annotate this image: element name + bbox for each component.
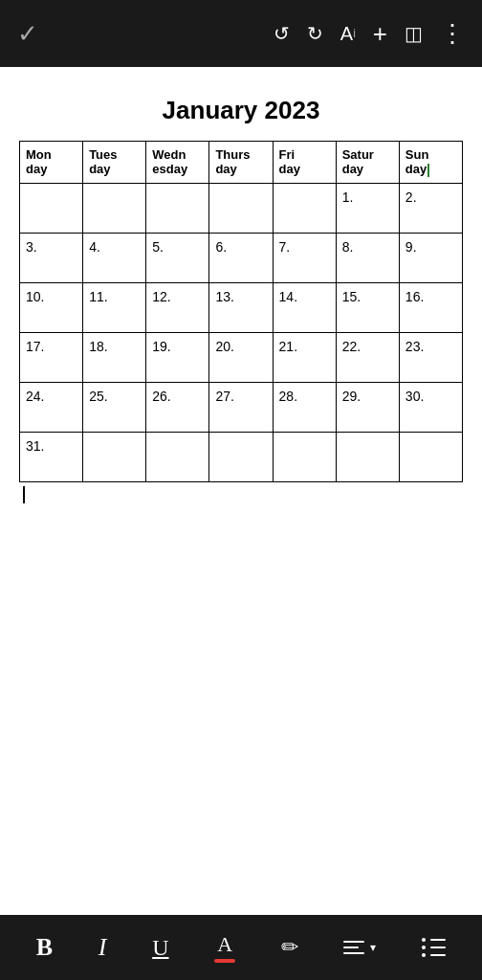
cell-r5c7: 30. — [399, 383, 462, 433]
redo-button[interactable]: ↻ — [307, 22, 323, 45]
header-thursday: Thursday — [209, 142, 273, 184]
header-tuesday: Tuesday — [83, 142, 146, 184]
cell-r2c6: 8. — [336, 234, 399, 283]
table-row: 24. 25. 26. 27. 28. 29. 30. — [20, 383, 463, 433]
cell-r1c7: 2. — [399, 184, 462, 234]
cell-r1c3 — [146, 184, 209, 234]
cell-r6c6 — [336, 433, 399, 482]
cell-r2c5: 7. — [273, 234, 336, 283]
header-row: Monday Tuesday Wednesday Thursday Friday… — [20, 142, 463, 184]
text-cursor — [19, 486, 463, 503]
cell-r2c2: 4. — [83, 234, 146, 283]
header-saturday: Saturday — [336, 142, 399, 184]
cell-r1c5 — [273, 184, 336, 234]
top-toolbar: ✓ ↺ ↻ Ai + ◫ ⋮ — [0, 0, 482, 67]
cell-r6c1: 31. — [20, 433, 83, 482]
checkmark-button[interactable]: ✓ — [17, 19, 38, 49]
cell-r3c3: 12. — [146, 283, 209, 333]
table-row: 31. — [20, 433, 463, 482]
more-button[interactable]: ⋮ — [440, 19, 465, 49]
cell-r1c6: 1. — [336, 184, 399, 234]
cell-r6c7 — [399, 433, 462, 482]
cell-r2c1: 3. — [20, 234, 83, 283]
cell-r5c4: 27. — [209, 383, 273, 433]
cell-r1c2 — [83, 184, 146, 234]
text-format-button[interactable]: Ai — [340, 23, 356, 45]
cell-r2c7: 9. — [399, 234, 462, 283]
add-button[interactable]: + — [373, 19, 387, 49]
cell-r4c3: 19. — [146, 333, 209, 383]
cell-r3c5: 14. — [273, 283, 336, 333]
header-monday: Monday — [20, 142, 83, 184]
cell-r5c5: 28. — [273, 383, 336, 433]
underline-button[interactable]: U — [152, 935, 168, 961]
table-row: 3. 4. 5. 6. 7. 8. 9. — [20, 234, 463, 283]
header-friday: Friday — [273, 142, 336, 184]
pencil-button[interactable]: ✏ — [281, 935, 298, 960]
cell-r3c1: 10. — [20, 283, 83, 333]
cell-r5c1: 24. — [20, 383, 83, 433]
cell-r5c3: 26. — [146, 383, 209, 433]
cell-r5c2: 25. — [83, 383, 146, 433]
table-row: 17. 18. 19. 20. 21. 22. 23. — [20, 333, 463, 383]
table-row: 10. 11. 12. 13. 14. 15. 16. — [20, 283, 463, 333]
calendar-title: January 2023 — [19, 96, 463, 125]
italic-button[interactable]: I — [99, 933, 107, 962]
bold-button[interactable]: B — [36, 933, 53, 962]
header-sunday: Sunday — [399, 142, 462, 184]
cell-r4c6: 22. — [336, 333, 399, 383]
comment-button[interactable]: ◫ — [405, 22, 423, 45]
cell-r4c5: 21. — [273, 333, 336, 383]
cell-r2c4: 6. — [209, 234, 273, 283]
cell-r1c4 — [209, 184, 273, 234]
cell-r4c4: 20. — [209, 333, 273, 383]
cell-r4c7: 23. — [399, 333, 462, 383]
align-button[interactable]: ▾ — [343, 941, 376, 954]
cell-r3c7: 16. — [399, 283, 462, 333]
cell-r2c3: 5. — [146, 234, 209, 283]
cell-r3c2: 11. — [83, 283, 146, 333]
undo-button[interactable]: ↺ — [274, 22, 290, 45]
table-row: 1. 2. — [20, 184, 463, 234]
cell-r3c4: 13. — [209, 283, 273, 333]
bottom-toolbar: B I U A ✏ ▾ — [0, 915, 482, 980]
cell-r6c5 — [273, 433, 336, 482]
cell-r3c6: 15. — [336, 283, 399, 333]
cell-r6c3 — [146, 433, 209, 482]
cell-r1c1 — [20, 184, 83, 234]
cell-r4c2: 18. — [83, 333, 146, 383]
main-content: January 2023 Monday Tuesday Wednesday Th… — [0, 67, 482, 915]
calendar-table: Monday Tuesday Wednesday Thursday Friday… — [19, 141, 463, 482]
cell-r6c4 — [209, 433, 273, 482]
cell-r5c6: 29. — [336, 383, 399, 433]
color-button[interactable]: A — [214, 932, 235, 963]
cell-r6c2 — [83, 433, 146, 482]
header-wednesday: Wednesday — [146, 142, 209, 184]
list-button[interactable] — [422, 938, 446, 957]
cell-r4c1: 17. — [20, 333, 83, 383]
